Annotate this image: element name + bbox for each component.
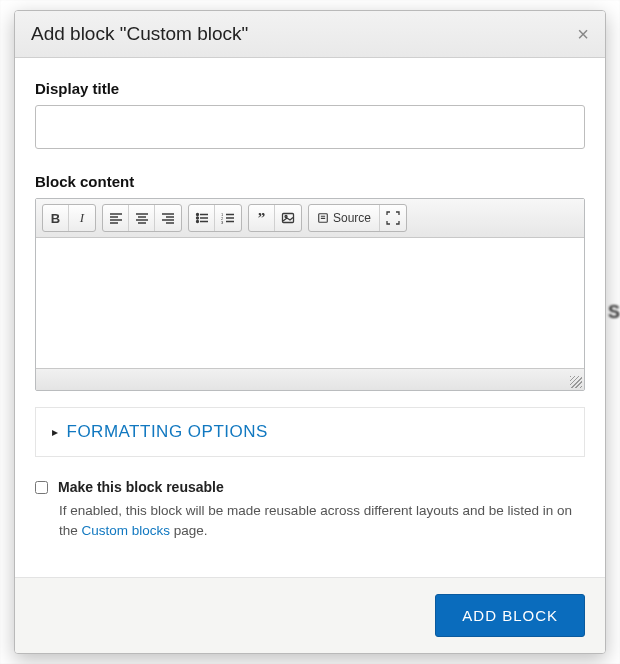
editor-statusbar bbox=[36, 368, 584, 390]
align-center-icon[interactable] bbox=[129, 205, 155, 231]
svg-point-25 bbox=[285, 216, 287, 218]
svg-text:3: 3 bbox=[221, 220, 224, 225]
block-content-label: Block content bbox=[35, 173, 585, 190]
maximize-icon[interactable] bbox=[380, 205, 406, 231]
svg-point-14 bbox=[196, 217, 198, 219]
formatting-options-label: FORMATTING OPTIONS bbox=[67, 422, 268, 442]
italic-button[interactable]: I bbox=[69, 205, 95, 231]
reusable-label: Make this block reusable bbox=[58, 479, 224, 495]
formatting-options-toggle[interactable]: ▸ FORMATTING OPTIONS bbox=[52, 422, 568, 442]
editor-toolbar: B I bbox=[36, 199, 584, 238]
align-right-icon[interactable] bbox=[155, 205, 181, 231]
custom-blocks-link[interactable]: Custom blocks bbox=[82, 523, 171, 538]
reusable-help-text: If enabled, this block will be made reus… bbox=[59, 501, 585, 540]
numbered-list-icon[interactable]: 123 bbox=[215, 205, 241, 231]
display-title-label: Display title bbox=[35, 80, 585, 97]
modal-title: Add block "Custom block" bbox=[31, 23, 248, 45]
image-icon[interactable] bbox=[275, 205, 301, 231]
svg-point-12 bbox=[196, 214, 198, 216]
reusable-checkbox[interactable] bbox=[35, 481, 48, 494]
align-left-icon[interactable] bbox=[103, 205, 129, 231]
resize-handle-icon[interactable] bbox=[570, 376, 582, 388]
bold-button[interactable]: B bbox=[43, 205, 69, 231]
rich-text-editor: B I bbox=[35, 198, 585, 391]
modal-header: Add block "Custom block" × bbox=[15, 11, 605, 58]
modal-footer: ADD BLOCK bbox=[15, 577, 605, 653]
modal-body: Display title Block content B I bbox=[15, 58, 605, 577]
caret-right-icon: ▸ bbox=[52, 425, 59, 439]
display-title-input[interactable] bbox=[35, 105, 585, 149]
editor-content-area[interactable] bbox=[36, 238, 584, 368]
bulleted-list-icon[interactable] bbox=[189, 205, 215, 231]
source-label: Source bbox=[333, 211, 371, 225]
formatting-options-section: ▸ FORMATTING OPTIONS bbox=[35, 407, 585, 457]
blockquote-icon[interactable]: ” bbox=[249, 205, 275, 231]
source-button[interactable]: Source bbox=[309, 205, 380, 231]
add-block-button[interactable]: ADD BLOCK bbox=[435, 594, 585, 637]
close-icon[interactable]: × bbox=[577, 24, 589, 44]
add-block-modal: Add block "Custom block" × Display title… bbox=[14, 10, 606, 654]
svg-point-16 bbox=[196, 221, 198, 223]
